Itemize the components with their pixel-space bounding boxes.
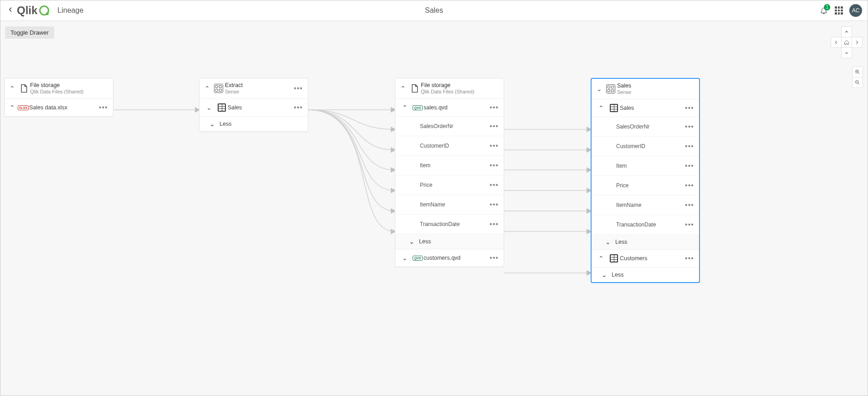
nav-pad [830, 26, 863, 58]
file-icon [17, 84, 30, 93]
nav-right-button[interactable] [852, 37, 863, 48]
app-icon [212, 84, 225, 93]
page-title: Sales [425, 6, 443, 15]
brand-logo: Qlik [17, 4, 49, 17]
field-row[interactable]: Price••• [395, 175, 504, 195]
brand-mark-icon [39, 5, 49, 15]
chevron-up-icon[interactable]: ⌃ [202, 85, 212, 92]
node-subtitle: Sense [225, 89, 292, 95]
chevron-up-icon[interactable]: ⌃ [7, 85, 17, 92]
user-avatar[interactable]: AC [849, 4, 862, 17]
node-subtitle: Qlik Data Files (Shared) [421, 89, 500, 95]
less-toggle[interactable]: ⌄ Less [199, 117, 308, 131]
node-item-customers-qvd[interactable]: ⌄ QVD customers.qvd ••• [395, 249, 504, 267]
chevron-up-icon[interactable]: ⌃ [398, 104, 412, 111]
more-button[interactable]: ••• [684, 103, 695, 113]
chevron-up-icon[interactable]: ⌃ [398, 85, 408, 92]
field-row[interactable]: Item••• [592, 156, 699, 176]
xlsx-icon: XLSX [17, 105, 29, 110]
more-button[interactable]: ••• [292, 103, 304, 113]
zoom-controls [852, 67, 863, 88]
notifications-button[interactable]: 1 [819, 6, 828, 15]
field-row[interactable]: SalesOrderNr••• [592, 117, 699, 137]
qvd-icon: QVD [412, 105, 424, 110]
chevron-down-icon[interactable]: ⌄ [202, 104, 216, 111]
file-icon [408, 84, 421, 93]
field-row[interactable]: TransactionDate••• [592, 215, 699, 235]
node-subtitle: Qlik Data Files (Shared) [30, 89, 109, 95]
less-toggle[interactable]: ⌄ Less [592, 235, 699, 249]
toggle-drawer-button[interactable]: Toggle Drawer [5, 26, 54, 39]
table-icon [608, 104, 620, 112]
brand-text: Qlik [17, 4, 37, 17]
more-button[interactable]: ••• [684, 220, 695, 230]
nav-home-button[interactable] [841, 37, 852, 48]
app-icon [604, 84, 617, 93]
chevron-down-icon: ⌄ [209, 120, 220, 128]
more-button[interactable]: ••• [488, 180, 500, 190]
section-title: Lineage [57, 6, 83, 15]
node-item-sales-qvd[interactable]: ⌃ QVD sales.qvd ••• [395, 99, 504, 117]
node-file-storage-2[interactable]: ⌃ File storage Qlik Data Files (Shared) … [395, 78, 504, 267]
field-row[interactable]: ItemName••• [395, 195, 504, 215]
field-row[interactable]: TransactionDate••• [395, 215, 504, 234]
field-row[interactable]: SalesOrderNr••• [395, 117, 504, 136]
svg-line-5 [858, 83, 860, 85]
chevron-down-icon[interactable]: ⌄ [398, 254, 412, 262]
app-launcher-button[interactable] [835, 6, 843, 15]
zoom-out-button[interactable] [852, 77, 863, 88]
more-button[interactable]: ••• [292, 83, 304, 93]
more-button[interactable]: ••• [488, 253, 500, 263]
node-title: Extract [225, 82, 292, 89]
field-row[interactable]: CustomerID••• [395, 136, 504, 156]
node-title: Sales [617, 82, 695, 89]
table-icon [216, 103, 228, 112]
chevron-up-icon[interactable]: ⌃ [594, 104, 608, 112]
less-toggle[interactable]: ⌄ Less [395, 234, 504, 249]
node-sales-app[interactable]: ⌄ Sales Sense ⌃ Sales ••• SalesOrderNr••… [591, 78, 700, 283]
chevron-up-icon[interactable]: ⌃ [7, 104, 17, 111]
less-toggle[interactable]: ⌄ Less [592, 267, 699, 282]
field-row[interactable]: Price••• [592, 176, 699, 195]
more-button[interactable]: ••• [684, 141, 695, 151]
notification-badge: 1 [824, 4, 830, 10]
nav-left-button[interactable] [831, 37, 842, 48]
more-button[interactable]: ••• [684, 180, 695, 190]
more-button[interactable]: ••• [488, 141, 500, 151]
chevron-down-icon: ⌄ [605, 238, 615, 246]
field-row[interactable]: Item••• [395, 156, 504, 175]
field-row[interactable]: CustomerID••• [592, 137, 699, 156]
nav-up-button[interactable] [841, 26, 852, 37]
qvd-icon: QVD [412, 256, 424, 261]
node-title: File storage [421, 82, 500, 89]
zoom-in-button[interactable] [852, 67, 863, 77]
chevron-up-icon[interactable]: ⌃ [594, 255, 608, 262]
field-row[interactable]: ItemName••• [592, 195, 699, 215]
table-icon [608, 254, 620, 262]
chevron-down-icon: ⌄ [602, 271, 612, 278]
more-button[interactable]: ••• [684, 200, 695, 210]
more-button[interactable]: ••• [97, 103, 109, 113]
more-button[interactable]: ••• [488, 103, 500, 113]
node-table-sales[interactable]: ⌃ Sales ••• [592, 99, 699, 117]
chevron-down-icon[interactable]: ⌄ [594, 85, 604, 93]
back-button[interactable] [6, 6, 15, 15]
more-button[interactable]: ••• [488, 200, 500, 210]
node-extract[interactable]: ⌃ Extract Sense ••• ⌄ Sales ••• ⌄ Less [199, 78, 308, 132]
more-button[interactable]: ••• [488, 121, 500, 131]
svg-line-1 [858, 73, 860, 74]
node-title: File storage [30, 82, 109, 89]
more-button[interactable]: ••• [488, 160, 500, 170]
node-item[interactable]: ⌄ Sales ••• [199, 99, 308, 117]
node-table-customers[interactable]: ⌃ Customers ••• [592, 249, 699, 267]
node-file-storage-1[interactable]: ⌃ File storage Qlik Data Files (Shared) … [4, 78, 113, 117]
node-item[interactable]: ⌃ XLSX Sales data.xlsx ••• [5, 99, 113, 116]
more-button[interactable]: ••• [488, 219, 500, 229]
nav-down-button[interactable] [841, 47, 852, 58]
node-subtitle: Sense [617, 89, 695, 95]
lineage-canvas[interactable]: Toggle Drawer [0, 21, 868, 396]
more-button[interactable]: ••• [684, 161, 695, 171]
more-button[interactable]: ••• [684, 122, 695, 132]
app-header: Qlik Lineage Sales 1 AC [0, 0, 868, 21]
more-button[interactable]: ••• [684, 253, 695, 263]
